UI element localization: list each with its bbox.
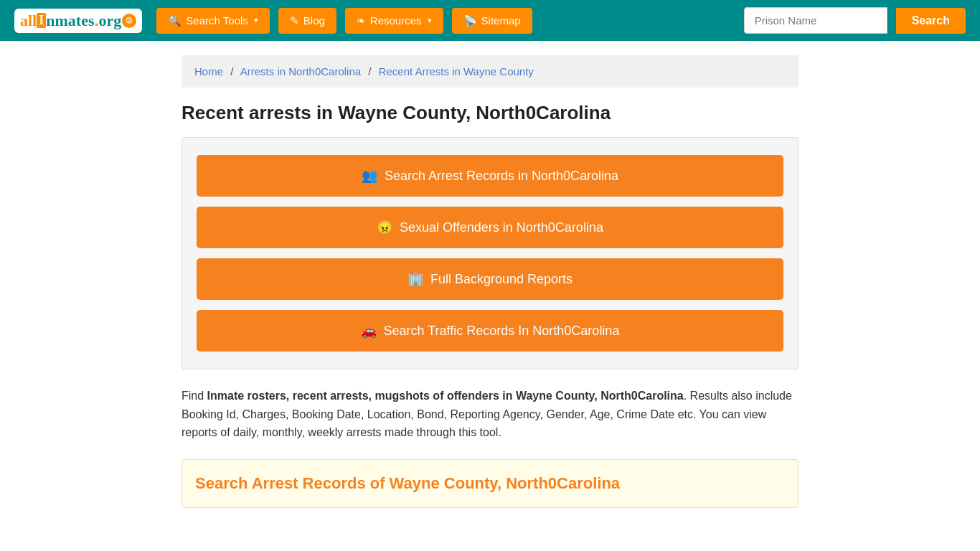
- sitemap-label: Sitemap: [481, 14, 521, 27]
- people-icon: 👥: [362, 168, 377, 184]
- bottom-search-box: Search Arrest Records of Wayne County, N…: [182, 459, 798, 508]
- resources-icon: ❧: [357, 14, 366, 27]
- search-traffic-label: Search Traffic Records In North0Carolina: [384, 324, 620, 339]
- prison-name-input[interactable]: [744, 7, 887, 34]
- main-content: Home / Arrests in North0Carolina / Recen…: [167, 41, 813, 522]
- breadcrumb-home[interactable]: Home: [194, 65, 223, 77]
- full-background-reports-button[interactable]: 🏢 Full Background Reports: [197, 258, 783, 300]
- sexual-offenders-label: Sexual Offenders in North0Carolina: [400, 220, 603, 235]
- logo-all-text: all: [20, 11, 37, 30]
- prison-search-label: Search: [912, 14, 950, 27]
- breadcrumb-separator-1: /: [230, 65, 233, 77]
- offender-icon: 😠: [377, 220, 392, 235]
- sexual-offenders-button[interactable]: 😠 Sexual Offenders in North0Carolina: [197, 207, 783, 248]
- site-header: allInmates.org⚙ 🔍 Search Tools ▾ ✎ Blog …: [0, 0, 980, 41]
- resources-button[interactable]: ❧ Resources ▾: [345, 8, 443, 34]
- blog-label: Blog: [303, 14, 325, 27]
- blog-icon: ✎: [290, 14, 299, 27]
- resources-label: Resources: [370, 14, 422, 27]
- page-title: Recent arrests in Wayne County, North0Ca…: [182, 102, 798, 124]
- breadcrumb-separator-2: /: [368, 65, 371, 77]
- bottom-search-title: Search Arrest Records of Wayne County, N…: [195, 474, 785, 493]
- search-arrest-records-button[interactable]: 👥 Search Arrest Records in North0Carolin…: [197, 155, 783, 197]
- chevron-down-icon-resources: ▾: [428, 16, 432, 25]
- breadcrumb: Home / Arrests in North0Carolina / Recen…: [182, 55, 798, 88]
- action-buttons-box: 👥 Search Arrest Records in North0Carolin…: [182, 137, 798, 369]
- description-prefix: Find: [182, 390, 207, 402]
- search-arrest-label: Search Arrest Records in North0Carolina: [385, 169, 618, 184]
- blog-button[interactable]: ✎ Blog: [278, 8, 336, 34]
- logo-nmates-text: nmates: [46, 11, 94, 30]
- search-traffic-records-button[interactable]: 🚗 Search Traffic Records In North0Caroli…: [197, 310, 783, 352]
- description-bold: Inmate rosters, recent arrests, mugshots…: [207, 390, 684, 402]
- car-icon: 🚗: [361, 323, 377, 339]
- breadcrumb-arrests[interactable]: Arrests in North0Carolina: [240, 65, 361, 77]
- logo-org-text: org: [99, 11, 122, 30]
- sitemap-button[interactable]: 📡 Sitemap: [452, 8, 532, 34]
- search-tools-icon: 🔍: [168, 14, 182, 27]
- site-logo[interactable]: allInmates.org⚙: [14, 9, 142, 33]
- description-paragraph: Find Inmate rosters, recent arrests, mug…: [182, 387, 798, 442]
- building-icon: 🏢: [407, 271, 423, 287]
- chevron-down-icon: ▾: [254, 16, 258, 25]
- search-tools-button[interactable]: 🔍 Search Tools ▾: [156, 8, 269, 34]
- prison-search-button[interactable]: Search: [896, 8, 966, 34]
- search-tools-label: Search Tools: [186, 14, 248, 27]
- breadcrumb-current: Recent Arrests in Wayne County: [379, 65, 534, 77]
- logo-i-box: I: [37, 13, 46, 28]
- full-background-label: Full Background Reports: [430, 272, 573, 287]
- sitemap-icon: 📡: [463, 14, 477, 27]
- gear-icon: ⚙: [122, 14, 136, 28]
